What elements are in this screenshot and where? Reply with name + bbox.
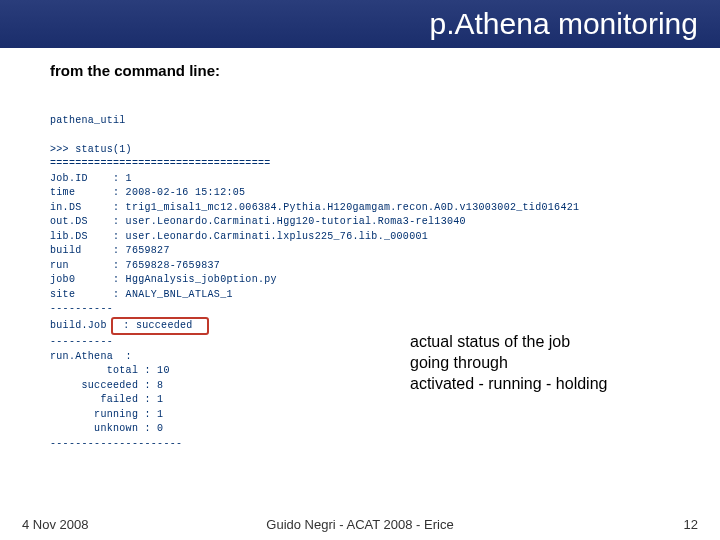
count-total: total : 10	[50, 365, 170, 376]
count-failed: failed : 1	[50, 394, 163, 405]
field-run: run : 7659828-7659837	[50, 260, 220, 271]
highlighted-status: : succeeded	[111, 317, 209, 336]
title-bar: p.Athena monitoring	[0, 0, 720, 48]
field-site: site : ANALY_BNL_ATLAS_1	[50, 289, 233, 300]
subtitle: from the command line:	[50, 62, 720, 79]
annotation-line: going through	[410, 353, 700, 374]
field-time: time : 2008-02-16 15:12:05	[50, 187, 245, 198]
page-title: p.Athena monitoring	[429, 7, 698, 41]
separator: ===================================	[50, 158, 271, 169]
prompt-line: >>> status(1)	[50, 144, 132, 155]
dash-line: ---------------------	[50, 438, 182, 449]
field-outds: out.DS : user.Leonardo.Carminati.Hgg120-…	[50, 216, 466, 227]
cmd-line: pathena_util	[50, 115, 126, 126]
dash-line: ----------	[50, 303, 113, 314]
count-succeeded: succeeded : 8	[50, 380, 163, 391]
footer: 4 Nov 2008 Guido Negri - ACAT 2008 - Eri…	[0, 517, 720, 532]
field-jobid: Job.ID : 1	[50, 173, 132, 184]
footer-center: Guido Negri - ACAT 2008 - Erice	[0, 517, 720, 532]
count-running: running : 1	[50, 409, 163, 420]
field-job0: job0 : HggAnalysis_job0ption.py	[50, 274, 277, 285]
annotation-line: actual status of the job	[410, 332, 700, 353]
footer-date: 4 Nov 2008	[22, 517, 89, 532]
count-unknown: unknown : 0	[50, 423, 163, 434]
annotation-line: activated - running - holding	[410, 374, 700, 395]
code-block: pathena_util >>> status(1) =============…	[50, 99, 720, 451]
field-build: build : 7659827	[50, 245, 170, 256]
dash-line: ----------	[50, 336, 113, 347]
footer-page: 12	[684, 517, 698, 532]
buildjob-label: build.Job	[50, 320, 113, 331]
annotation-text: actual status of the job going through a…	[410, 332, 700, 394]
field-inds: in.DS : trig1_misal1_mc12.006384.Pythia.…	[50, 202, 579, 213]
runathena-line: run.Athena :	[50, 351, 132, 362]
field-libds: lib.DS : user.Leonardo.Carminati.lxplus2…	[50, 231, 428, 242]
